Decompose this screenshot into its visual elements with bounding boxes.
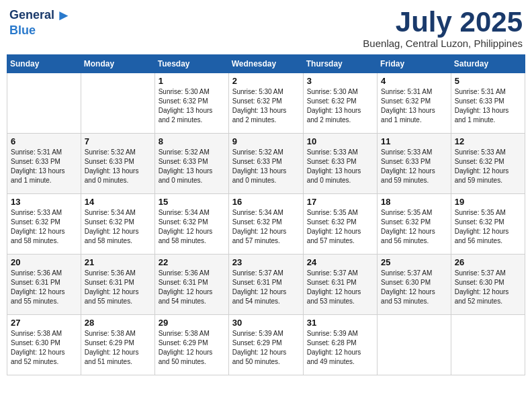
day-number: 20 [11, 257, 77, 267]
day-content: Sunrise: 5:32 AM Sunset: 6:33 PM Dayligh… [85, 148, 151, 185]
logo-text-general: General [9, 9, 54, 22]
table-row: 28Sunrise: 5:38 AM Sunset: 6:29 PM Dayli… [81, 315, 154, 375]
day-number: 25 [381, 257, 447, 267]
table-row: 27Sunrise: 5:38 AM Sunset: 6:30 PM Dayli… [7, 315, 81, 375]
day-content: Sunrise: 5:35 AM Sunset: 6:32 PM Dayligh… [455, 208, 521, 246]
page-header: General ► Blue July 2025 Buenlag, Centra… [7, 7, 525, 49]
table-row: 14Sunrise: 5:34 AM Sunset: 6:32 PM Dayli… [81, 194, 154, 255]
day-number: 29 [159, 318, 225, 328]
calendar-week-row: 27Sunrise: 5:38 AM Sunset: 6:30 PM Dayli… [7, 315, 525, 375]
col-friday: Friday [378, 55, 451, 73]
day-number: 2 [232, 76, 300, 86]
table-row: 7Sunrise: 5:32 AM Sunset: 6:33 PM Daylig… [81, 134, 154, 194]
day-number: 3 [307, 76, 373, 86]
day-number: 13 [11, 197, 77, 207]
location-subtitle: Buenlag, Central Luzon, Philippines [363, 38, 523, 49]
table-row: 13Sunrise: 5:33 AM Sunset: 6:32 PM Dayli… [7, 194, 81, 255]
day-content: Sunrise: 5:35 AM Sunset: 6:32 PM Dayligh… [307, 208, 373, 246]
day-number: 8 [159, 136, 225, 146]
calendar-week-row: 13Sunrise: 5:33 AM Sunset: 6:32 PM Dayli… [7, 194, 525, 255]
table-row: 29Sunrise: 5:38 AM Sunset: 6:29 PM Dayli… [154, 315, 228, 375]
table-row: 15Sunrise: 5:34 AM Sunset: 6:32 PM Dayli… [154, 194, 228, 255]
day-content: Sunrise: 5:37 AM Sunset: 6:31 PM Dayligh… [232, 269, 300, 306]
table-row: 30Sunrise: 5:39 AM Sunset: 6:29 PM Dayli… [228, 315, 303, 375]
col-monday: Monday [81, 55, 154, 73]
logo-text-blue: Blue [9, 24, 36, 38]
table-row: 4Sunrise: 5:31 AM Sunset: 6:32 PM Daylig… [378, 73, 451, 134]
day-content: Sunrise: 5:30 AM Sunset: 6:32 PM Dayligh… [232, 87, 300, 125]
day-number: 23 [232, 257, 300, 267]
table-row: 12Sunrise: 5:33 AM Sunset: 6:32 PM Dayli… [451, 134, 525, 194]
logo: General ► Blue [9, 7, 71, 38]
day-content: Sunrise: 5:31 AM Sunset: 6:33 PM Dayligh… [455, 87, 521, 125]
day-content: Sunrise: 5:38 AM Sunset: 6:30 PM Dayligh… [11, 329, 77, 367]
day-number: 14 [85, 197, 151, 207]
table-row: 17Sunrise: 5:35 AM Sunset: 6:32 PM Dayli… [303, 194, 377, 255]
table-row: 21Sunrise: 5:36 AM Sunset: 6:31 PM Dayli… [81, 255, 154, 315]
table-row [451, 315, 525, 375]
table-row: 20Sunrise: 5:36 AM Sunset: 6:31 PM Dayli… [7, 255, 81, 315]
day-content: Sunrise: 5:33 AM Sunset: 6:32 PM Dayligh… [455, 148, 521, 185]
day-content: Sunrise: 5:31 AM Sunset: 6:33 PM Dayligh… [11, 148, 77, 185]
day-content: Sunrise: 5:33 AM Sunset: 6:33 PM Dayligh… [381, 148, 447, 185]
day-content: Sunrise: 5:39 AM Sunset: 6:29 PM Dayligh… [232, 329, 300, 367]
col-thursday: Thursday [303, 55, 377, 73]
table-row: 26Sunrise: 5:37 AM Sunset: 6:30 PM Dayli… [451, 255, 525, 315]
day-number: 30 [232, 318, 300, 328]
day-content: Sunrise: 5:39 AM Sunset: 6:28 PM Dayligh… [307, 329, 373, 367]
title-block: July 2025 Buenlag, Central Luzon, Philip… [363, 7, 523, 49]
day-content: Sunrise: 5:31 AM Sunset: 6:32 PM Dayligh… [381, 87, 447, 125]
day-content: Sunrise: 5:34 AM Sunset: 6:32 PM Dayligh… [85, 208, 151, 246]
day-number: 6 [11, 136, 77, 146]
day-content: Sunrise: 5:35 AM Sunset: 6:32 PM Dayligh… [381, 208, 447, 246]
day-number: 31 [307, 318, 373, 328]
day-content: Sunrise: 5:36 AM Sunset: 6:31 PM Dayligh… [159, 269, 225, 306]
col-sunday: Sunday [7, 55, 81, 73]
day-number: 10 [307, 136, 373, 146]
table-row: 8Sunrise: 5:32 AM Sunset: 6:33 PM Daylig… [154, 134, 228, 194]
table-row [81, 73, 154, 134]
table-row: 23Sunrise: 5:37 AM Sunset: 6:31 PM Dayli… [228, 255, 303, 315]
day-number: 7 [85, 136, 151, 146]
day-content: Sunrise: 5:37 AM Sunset: 6:31 PM Dayligh… [307, 269, 373, 306]
day-number: 21 [85, 257, 151, 267]
day-number: 12 [455, 136, 521, 146]
day-content: Sunrise: 5:30 AM Sunset: 6:32 PM Dayligh… [307, 87, 373, 125]
table-row: 18Sunrise: 5:35 AM Sunset: 6:32 PM Dayli… [378, 194, 451, 255]
day-content: Sunrise: 5:36 AM Sunset: 6:31 PM Dayligh… [85, 269, 151, 306]
table-row [378, 315, 451, 375]
day-content: Sunrise: 5:32 AM Sunset: 6:33 PM Dayligh… [159, 148, 225, 185]
day-number: 24 [307, 257, 373, 267]
day-number: 17 [307, 197, 373, 207]
table-row: 6Sunrise: 5:31 AM Sunset: 6:33 PM Daylig… [7, 134, 81, 194]
calendar-week-row: 20Sunrise: 5:36 AM Sunset: 6:31 PM Dayli… [7, 255, 525, 315]
table-row: 9Sunrise: 5:32 AM Sunset: 6:33 PM Daylig… [228, 134, 303, 194]
day-content: Sunrise: 5:30 AM Sunset: 6:32 PM Dayligh… [159, 87, 225, 125]
day-content: Sunrise: 5:33 AM Sunset: 6:33 PM Dayligh… [307, 148, 373, 185]
table-row [7, 73, 81, 134]
day-number: 5 [455, 76, 521, 86]
day-number: 28 [85, 318, 151, 328]
day-number: 15 [159, 197, 225, 207]
table-row: 19Sunrise: 5:35 AM Sunset: 6:32 PM Dayli… [451, 194, 525, 255]
table-row: 2Sunrise: 5:30 AM Sunset: 6:32 PM Daylig… [228, 73, 303, 134]
day-content: Sunrise: 5:36 AM Sunset: 6:31 PM Dayligh… [11, 269, 77, 306]
day-number: 11 [381, 136, 447, 146]
day-number: 18 [381, 197, 447, 207]
table-row: 10Sunrise: 5:33 AM Sunset: 6:33 PM Dayli… [303, 134, 377, 194]
logo-arrow-icon: ► [56, 7, 71, 24]
table-row: 25Sunrise: 5:37 AM Sunset: 6:30 PM Dayli… [378, 255, 451, 315]
day-number: 16 [232, 197, 300, 207]
table-row: 11Sunrise: 5:33 AM Sunset: 6:33 PM Dayli… [378, 134, 451, 194]
day-content: Sunrise: 5:38 AM Sunset: 6:29 PM Dayligh… [85, 329, 151, 367]
day-number: 1 [159, 76, 225, 86]
day-number: 22 [159, 257, 225, 267]
col-saturday: Saturday [451, 55, 525, 73]
day-number: 4 [381, 76, 447, 86]
day-number: 27 [11, 318, 77, 328]
table-row: 5Sunrise: 5:31 AM Sunset: 6:33 PM Daylig… [451, 73, 525, 134]
day-content: Sunrise: 5:32 AM Sunset: 6:33 PM Dayligh… [232, 148, 300, 185]
month-title: July 2025 [363, 7, 523, 38]
day-content: Sunrise: 5:33 AM Sunset: 6:32 PM Dayligh… [11, 208, 77, 246]
calendar-table: Sunday Monday Tuesday Wednesday Thursday… [7, 54, 525, 375]
